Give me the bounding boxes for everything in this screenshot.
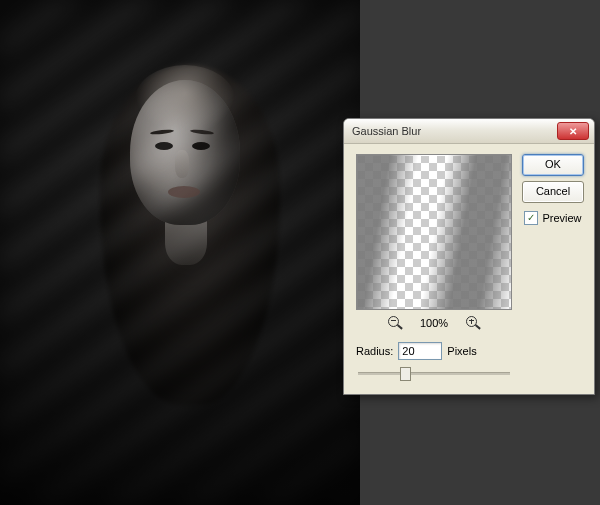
title-bar[interactable]: Gaussian Blur ✕ bbox=[344, 119, 594, 144]
preview-checkbox[interactable]: ✓ Preview bbox=[524, 211, 581, 225]
checkbox-icon: ✓ bbox=[524, 211, 538, 225]
radius-input[interactable]: 20 bbox=[398, 342, 442, 360]
slider-thumb[interactable] bbox=[400, 367, 411, 381]
close-button[interactable]: ✕ bbox=[557, 122, 589, 140]
close-icon: ✕ bbox=[569, 126, 577, 137]
document-canvas[interactable] bbox=[0, 0, 360, 505]
zoom-in-button[interactable] bbox=[466, 316, 480, 330]
zoom-out-button[interactable] bbox=[388, 316, 402, 330]
radius-label: Radius: bbox=[356, 345, 393, 357]
gaussian-blur-dialog: Gaussian Blur ✕ 100% Radius: 20 Pixels bbox=[343, 118, 595, 395]
preview-thumbnail[interactable] bbox=[356, 154, 512, 310]
cancel-button[interactable]: Cancel bbox=[522, 181, 584, 203]
radius-slider[interactable] bbox=[358, 366, 510, 380]
ok-button[interactable]: OK bbox=[522, 154, 584, 176]
preview-checkbox-label: Preview bbox=[542, 212, 581, 224]
zoom-level: 100% bbox=[420, 317, 448, 329]
dialog-title: Gaussian Blur bbox=[352, 125, 421, 137]
radius-unit: Pixels bbox=[447, 345, 476, 357]
